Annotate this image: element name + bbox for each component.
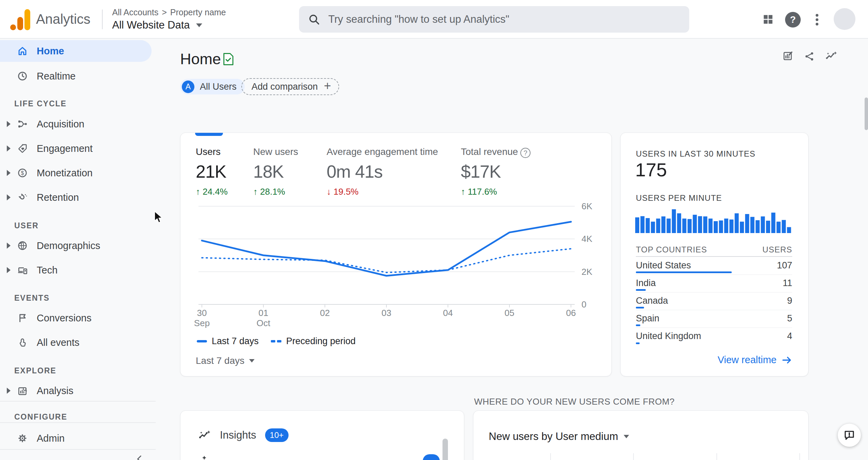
new-users-card-title: New users by User medium <box>489 430 618 443</box>
sidebar-item-tech[interactable]: Tech <box>0 259 152 281</box>
metric-value: 18K <box>253 161 298 182</box>
revenue-help-icon[interactable]: ? <box>520 148 531 158</box>
section-title-user: USER <box>14 221 39 230</box>
insights-scrollbar[interactable] <box>442 439 448 460</box>
expand-arrow-icon[interactable] <box>7 145 11 152</box>
country-users: 5 <box>787 313 792 324</box>
sidebar-item-demographics[interactable]: Demographics <box>0 235 152 256</box>
help-icon[interactable]: ? <box>785 12 801 28</box>
country-bar <box>636 307 644 308</box>
metric-value: 21K <box>196 161 228 182</box>
expand-arrow-icon[interactable] <box>7 267 11 273</box>
realtime-card: USERS IN LAST 30 MINUTES 175 USERS PER M… <box>620 132 809 376</box>
sidebar-item-all-events[interactable]: All events <box>0 332 152 353</box>
sidebar-item-label: Engagement <box>37 143 92 154</box>
share-icon[interactable] <box>804 51 815 62</box>
sidebar-divider <box>0 422 156 423</box>
metric-label: New users <box>253 146 298 157</box>
date-range-selector[interactable]: Last 7 days <box>196 355 255 366</box>
top-countries-header: TOP COUNTRIES USERS <box>636 245 792 254</box>
monetization-icon: $ <box>17 167 28 178</box>
expand-arrow-icon[interactable] <box>7 243 11 249</box>
breadcrumb-separator: > <box>162 7 167 17</box>
breadcrumb-property-name[interactable]: Property name <box>170 7 226 17</box>
metric-label: Average engagement time <box>327 146 438 157</box>
avatar[interactable] <box>834 8 855 30</box>
devices-icon <box>17 265 28 276</box>
insights-sparkle-icon <box>198 429 211 441</box>
page-title: Home <box>180 50 221 68</box>
sidebar-item-conversions[interactable]: Conversions <box>0 307 152 329</box>
new-users-card: New users by User medium <box>473 410 809 460</box>
metric-label: Users <box>196 146 228 157</box>
insights-header: Insights 10+ <box>198 428 289 442</box>
search-icon <box>308 13 320 25</box>
sidebar-item-label: Tech <box>37 265 57 276</box>
users-trend-chart <box>198 197 575 309</box>
y-tick: 0 <box>581 299 586 310</box>
legend-label: Preceding period <box>286 336 355 347</box>
table-divider <box>636 256 792 257</box>
add-comparison-button[interactable]: Add comparison + <box>241 78 339 95</box>
search-input[interactable] <box>328 13 680 25</box>
sidebar-item-label: Admin <box>37 433 65 444</box>
all-users-chip[interactable]: A All Users <box>180 79 245 94</box>
property-selector[interactable]: All Website Data <box>112 19 202 31</box>
country-name: United States <box>636 260 691 271</box>
window-scrollbar-thumb[interactable] <box>865 98 868 130</box>
apps-grid-icon[interactable] <box>762 14 774 25</box>
top-countries-label: TOP COUNTRIES <box>636 245 707 254</box>
country-name: India <box>636 278 656 288</box>
country-name: Canada <box>636 296 668 306</box>
country-name: Spain <box>636 313 659 324</box>
sidebar-item-label: Acquisition <box>37 119 84 130</box>
expand-arrow-icon[interactable] <box>7 388 11 394</box>
breadcrumb-all-accounts[interactable]: All Accounts <box>112 7 158 17</box>
search-bar[interactable] <box>299 6 689 33</box>
users-per-minute-label: USERS PER MINUTE <box>636 193 722 203</box>
sidebar-item-home[interactable]: Home <box>0 40 152 62</box>
expand-arrow-icon[interactable] <box>7 194 11 200</box>
insights-card: Insights 10+ <box>180 410 464 460</box>
sidebar-item-admin[interactable]: Admin <box>0 427 152 449</box>
section-title-explore: EXPLORE <box>14 366 56 375</box>
sidebar-item-analysis[interactable]: Analysis <box>0 380 152 402</box>
y-tick: 2K <box>581 267 592 277</box>
chart-legend: Last 7 days Preceding period <box>197 336 355 347</box>
metric-tab-new-users[interactable]: New users 18K ↑ 28.1% <box>253 146 298 197</box>
sidebar-item-label: Analysis <box>37 385 73 396</box>
country-bar <box>636 289 646 291</box>
expand-arrow-icon[interactable] <box>7 121 11 127</box>
collapse-sidebar-icon[interactable] <box>135 454 145 460</box>
header-divider <box>102 10 103 29</box>
top-countries-table: United States 107 India 11 Canada 9 Spai… <box>636 257 792 346</box>
date-range-label: Last 7 days <box>196 355 244 366</box>
insights-icon[interactable] <box>825 50 837 62</box>
expand-arrow-icon[interactable] <box>7 170 11 176</box>
country-users: 4 <box>787 331 792 341</box>
customize-report-icon[interactable] <box>782 50 794 62</box>
more-menu-icon[interactable] <box>815 12 819 27</box>
feedback-button[interactable] <box>838 424 861 447</box>
view-realtime-link[interactable]: View realtime <box>717 354 792 366</box>
sidebar-item-acquisition[interactable]: Acquisition <box>0 113 152 135</box>
sidebar-item-engagement[interactable]: Engagement <box>0 138 152 159</box>
metric-tab-engagement-time[interactable]: Average engagement time 0m 41s ↓ 19.5% <box>327 146 438 197</box>
new-users-dimension-selector[interactable]: New users by User medium <box>489 430 629 443</box>
sparkle-icon <box>199 455 209 460</box>
audience-initial: A <box>182 81 194 93</box>
metric-delta: 117.6% <box>468 187 497 197</box>
engagement-tag-icon <box>17 143 28 154</box>
sidebar-item-label: Home <box>37 46 64 57</box>
metric-tab-total-revenue[interactable]: Total revenue $17K ↑ 117.6% <box>461 146 518 197</box>
sidebar-item-retention[interactable]: Retention <box>0 187 152 208</box>
legend-dashed-swatch <box>277 340 281 342</box>
legend-solid-swatch <box>197 340 207 342</box>
sidebar-item-monetization[interactable]: $ Monetization <box>0 162 152 184</box>
sidebar-item-realtime[interactable]: Realtime <box>0 65 152 87</box>
sidebar-divider <box>0 449 156 450</box>
legend-label: Last 7 days <box>212 336 259 347</box>
chart-gridline <box>550 453 551 460</box>
section-title-life-cycle: LIFE CYCLE <box>14 99 67 108</box>
metric-tab-users[interactable]: Users 21K ↑ 24.4% <box>196 146 228 197</box>
